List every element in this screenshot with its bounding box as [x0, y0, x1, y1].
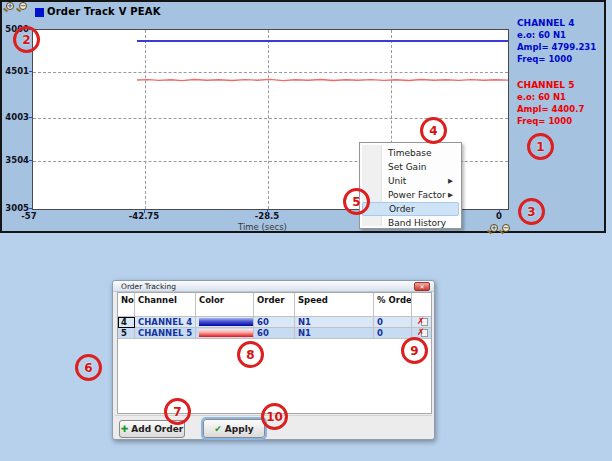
- apply-button-label: Apply: [225, 424, 254, 434]
- row1-speed[interactable]: N1: [295, 317, 374, 328]
- zoom-out-icon: −: [19, 2, 27, 10]
- row2-pct-order[interactable]: 0: [374, 328, 412, 339]
- menu-item-band-history[interactable]: Band History: [362, 216, 459, 230]
- submenu-arrow-icon: ▶: [448, 174, 453, 188]
- plot-zoom-in-tool[interactable]: +: [487, 224, 498, 235]
- channel-5-eo: e.o: 60 N1: [517, 91, 609, 103]
- channel-4-freq: Freq= 1000: [517, 53, 609, 65]
- menu-item-unit[interactable]: Unit ▶: [362, 174, 459, 188]
- annotation-circle-2: 2: [13, 26, 40, 53]
- checkmark-icon: ✔: [214, 424, 222, 434]
- channel-4-name: CHANNEL 4: [517, 17, 609, 29]
- screen: { "window": { "title": "Order Track V PE…: [0, 0, 612, 461]
- row1-color-cell[interactable]: [196, 317, 254, 328]
- annotation-circle-9: 9: [401, 337, 428, 364]
- xtick-mark: [499, 210, 500, 213]
- col-header-speed: Speed: [295, 293, 374, 317]
- annotation-circle-1: 1: [527, 133, 554, 160]
- annotation-circle-10: 10: [261, 403, 288, 430]
- menu-item-power-factor-label: Power Factor: [388, 190, 446, 200]
- annotation-circle-6: 6: [75, 354, 102, 381]
- chart-window: + − Order Track V PEAK 5000 4501 4003 35…: [0, 0, 606, 233]
- row1-no[interactable]: 4: [118, 317, 135, 328]
- ytick-3504: 3504: [2, 155, 29, 165]
- gridline--28.5: [268, 30, 269, 209]
- col-header-order: Order: [254, 293, 295, 317]
- xtick-mark: [267, 210, 268, 213]
- row2-speed[interactable]: N1: [295, 328, 374, 339]
- channel-4-trace: [137, 40, 508, 42]
- row1-channel[interactable]: CHANNEL 4: [135, 317, 196, 328]
- xtick--57: -57: [21, 211, 36, 221]
- table-row[interactable]: 5 CHANNEL 5 60 N1 0 ✗: [118, 328, 431, 339]
- ytick-4501: 4501: [2, 66, 29, 76]
- delete-order-icon: ✗: [417, 317, 425, 326]
- menu-item-order[interactable]: Order: [362, 202, 459, 216]
- row2-order[interactable]: 60: [254, 328, 295, 339]
- plot-zoom-out-tool[interactable]: −: [499, 224, 510, 235]
- channel-5-freq: Freq= 1000: [517, 115, 609, 127]
- gridline--42.75: [145, 30, 146, 209]
- chart-title: Order Track V PEAK: [47, 6, 161, 17]
- order-table: No Channel Color Order Speed % Order 4 C…: [117, 292, 432, 414]
- menu-item-unit-label: Unit: [388, 176, 406, 186]
- ytick-4003: 4003: [2, 112, 29, 122]
- row2-no[interactable]: 5: [118, 328, 135, 339]
- channel-4-ampl: Ampl= 4799.231: [517, 41, 609, 53]
- delete-order-icon: ✗: [417, 328, 425, 337]
- row2-color-cell[interactable]: [196, 328, 254, 339]
- add-order-button-label: Add Order: [131, 424, 183, 434]
- col-header-actions: [412, 293, 431, 317]
- col-header-channel: Channel: [135, 293, 196, 317]
- gridline-4501: [33, 72, 508, 73]
- xaxis-title: Time (secs): [238, 222, 287, 232]
- zoom-in-tool[interactable]: +: [3, 2, 14, 13]
- menu-item-power-factor[interactable]: Power Factor ▶: [362, 188, 459, 202]
- xtick-mark: [144, 210, 145, 213]
- ytick-mark: [29, 117, 32, 118]
- row1-pct-order[interactable]: 0: [374, 317, 412, 328]
- row2-channel[interactable]: CHANNEL 5: [135, 328, 196, 339]
- ytick-mark: [29, 71, 32, 72]
- channel-4-color-bar: [199, 318, 253, 326]
- ytick-mark: [29, 160, 32, 161]
- annotation-circle-3: 3: [518, 198, 545, 225]
- plot-zoom-in-icon: +: [490, 224, 498, 232]
- plot-zoom-out-icon: −: [502, 224, 510, 232]
- dialog-titlebar[interactable]: Order Tracking ✕: [113, 281, 434, 292]
- dialog-title: Order Tracking: [121, 282, 176, 291]
- row1-delete-cell: ✗: [412, 317, 431, 328]
- table-row[interactable]: 4 CHANNEL 4 60 N1 0 ✗: [118, 317, 431, 328]
- channel-5-readout: CHANNEL 5 e.o: 60 N1 Ampl= 4400.7 Freq= …: [517, 79, 609, 127]
- col-header-pct-order: % Order: [374, 293, 412, 317]
- channel-4-eo: e.o: 60 N1: [517, 29, 609, 41]
- channel-5-color-bar: [199, 329, 253, 337]
- channel-5-name: CHANNEL 5: [517, 79, 609, 91]
- annotation-circle-4: 4: [420, 117, 447, 144]
- annotation-circle-7: 7: [164, 398, 191, 425]
- submenu-arrow-icon: ▶: [448, 188, 453, 202]
- add-icon: ✚: [121, 424, 129, 434]
- annotation-circle-5: 5: [343, 188, 370, 215]
- ytick-mark: [29, 208, 32, 209]
- menu-item-timebase[interactable]: Timebase: [362, 146, 459, 160]
- zoom-in-icon: +: [6, 2, 14, 10]
- annotation-circle-8: 8: [237, 341, 264, 368]
- menu-item-set-gain[interactable]: Set Gain: [362, 160, 459, 174]
- channel-5-ampl: Ampl= 4400.7: [517, 103, 609, 115]
- col-header-color: Color: [196, 293, 254, 317]
- table-header-row: No Channel Color Order Speed % Order: [118, 293, 431, 317]
- trace-color-swatch: [35, 8, 44, 17]
- col-header-no: No: [118, 293, 135, 317]
- delete-order-button[interactable]: ✗: [415, 318, 431, 327]
- zoom-out-tool[interactable]: −: [16, 2, 27, 13]
- apply-button[interactable]: ✔ Apply: [203, 419, 265, 438]
- channel-4-readout: CHANNEL 4 e.o: 60 N1 Ampl= 4799.231 Freq…: [517, 17, 609, 65]
- row1-order[interactable]: 60: [254, 317, 295, 328]
- context-menu: Timebase Set Gain Unit ▶ Power Factor ▶ …: [359, 142, 462, 229]
- channel-5-trace: [137, 75, 508, 85]
- close-icon[interactable]: ✕: [414, 282, 430, 291]
